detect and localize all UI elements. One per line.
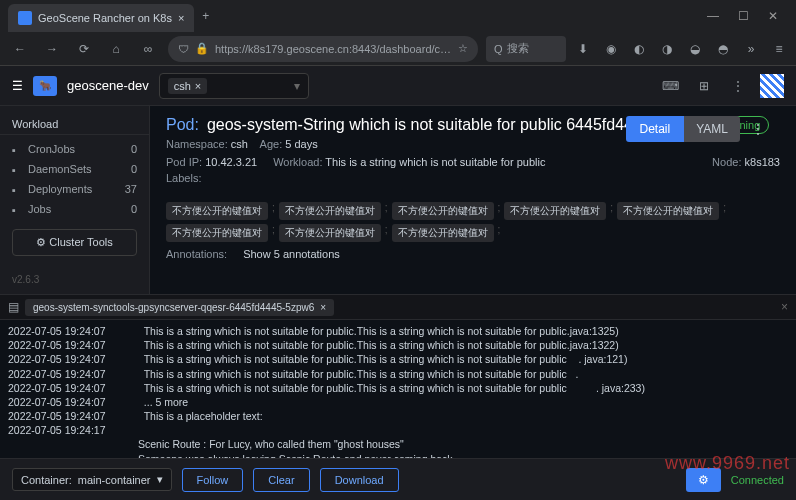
download-icon[interactable]: ⬇ [574,40,592,58]
log-panel-close-icon[interactable]: × [781,300,788,314]
lock-icon: 🔒 [195,42,209,55]
download-button[interactable]: Download [320,468,399,492]
sidebar-item-count: 0 [131,203,137,215]
cluster-tools-button[interactable]: ⚙ Cluster Tools [12,229,137,256]
sidebar-item[interactable]: ▪DaemonSets0 [0,159,149,179]
app-header: ☰ 🐂 geoscene-dev csh × ▾ ⌨ ⊞ ⋮ [0,66,796,106]
chip-remove-icon[interactable]: × [195,80,201,92]
ext1-icon[interactable]: ◐ [630,40,648,58]
sidebar-item-label: Jobs [28,203,51,215]
version-text: v2.6.3 [0,266,149,293]
workload-link[interactable]: This is a string which is not suitable f… [325,156,545,168]
extensions-icon[interactable]: » [742,40,760,58]
clear-button[interactable]: Clear [253,468,309,492]
sidebar: Workload ▪CronJobs0▪DaemonSets0▪Deployme… [0,106,150,294]
log-tab[interactable]: geos-system-synctools-gpsyncserver-qqesr… [25,299,334,316]
terminal-icon[interactable]: ⌨ [658,74,682,98]
label-chip: 不方便公开的键值对 [392,224,494,242]
chevron-down-icon: ▾ [157,473,163,486]
chevron-down-icon: ▾ [294,79,300,93]
yaml-button[interactable]: YAML [684,116,740,142]
log-line: 2022-07-05 19:24:07 ... 5 more [8,395,788,409]
sidebar-header: Workload [0,114,149,135]
ns-chip-label: csh [174,80,191,92]
browser-toolbar: ← → ⟳ ⌂ ∞ 🛡 🔒 https://k8s179.geoscene.cn… [0,32,796,66]
age-label: Age: [260,138,283,150]
browser-tab[interactable]: GeoScene Rancher on K8s × [8,4,194,32]
chip-separator: ; [498,202,501,220]
label-chip: 不方便公开的键值对 [166,202,268,220]
sidebar-item[interactable]: ▪Jobs0 [0,199,149,219]
detail-button[interactable]: Detail [626,116,685,142]
star-icon[interactable]: ☆ [458,42,468,55]
user-avatar[interactable] [760,74,784,98]
window-titlebar: GeoScene Rancher on K8s × + — ☐ ✕ [0,0,796,32]
anno-link[interactable]: Show 5 annotations [243,248,340,260]
labels-chips: 不方便公开的键值对;不方便公开的键值对;不方便公开的键值对;不方便公开的键值对;… [166,202,780,242]
chip-separator: ; [385,224,388,242]
actions-menu-icon[interactable]: ⋮ [748,115,768,143]
sidebar-item-label: DaemonSets [28,163,92,175]
back-icon[interactable]: ← [8,37,32,61]
chip-separator: ; [498,224,501,242]
hamburger-icon[interactable]: ☰ [12,79,23,93]
log-line: 2022-07-05 19:24:17 [8,423,788,437]
label-chip: 不方便公开的键值对 [392,202,494,220]
label-chip: 不方便公开的键值对 [279,224,381,242]
container-select[interactable]: Container: main-container ▾ [12,468,172,491]
anno-label: Annotations: [166,248,227,260]
workload-label: Workload: [273,156,322,168]
kebab-icon[interactable]: ⋮ [726,74,750,98]
gear-icon: ⚙ [36,236,46,248]
home-icon[interactable]: ⌂ [104,37,128,61]
cluster-name[interactable]: geoscene-dev [67,78,149,93]
log-line: 2022-07-05 19:24:07 This is a string whi… [8,381,788,395]
sidebar-item[interactable]: ▪Deployments37 [0,179,149,199]
forward-icon[interactable]: → [40,37,64,61]
label-chip: 不方便公开的键值对 [279,202,381,220]
rancher-logo: 🐂 [33,76,57,96]
cluster-tools-label: Cluster Tools [49,236,112,248]
follow-button[interactable]: Follow [182,468,244,492]
close-tab-icon[interactable]: × [178,12,184,24]
chip-separator: ; [723,202,726,220]
filter-icon[interactable]: ⊞ [692,74,716,98]
menu-icon[interactable]: ≡ [770,40,788,58]
watermark: www.9969.net [665,453,790,474]
log-viewer[interactable]: 2022-07-05 19:24:07 This is a string whi… [0,320,796,472]
log-tab-icon: ▤ [8,300,19,314]
node-label: Node: [712,156,741,168]
folder-icon: ▪ [12,184,22,194]
chip-separator: ; [272,202,275,220]
refresh-icon[interactable]: ⟳ [72,37,96,61]
account-icon[interactable]: ◉ [602,40,620,58]
log-tab-close-icon[interactable]: × [320,302,326,313]
container-name: main-container [78,474,151,486]
resource-type: Pod: [166,116,199,134]
minimize-icon[interactable]: — [706,9,720,23]
container-label: Container: [21,474,72,486]
namespace-select[interactable]: csh × ▾ [159,73,309,99]
log-line: 2022-07-05 19:24:07 This is a string whi… [8,338,788,352]
new-tab-button[interactable]: + [202,9,209,23]
ext2-icon[interactable]: ◑ [658,40,676,58]
sidebar-item-count: 0 [131,143,137,155]
shield-icon: 🛡 [178,43,189,55]
sidebar-item[interactable]: ▪CronJobs0 [0,139,149,159]
ext3-icon[interactable]: ◒ [686,40,704,58]
maximize-icon[interactable]: ☐ [736,9,750,23]
ns-label: Namespace: [166,138,228,150]
close-icon[interactable]: ✕ [766,9,780,23]
label-chip: 不方便公开的键值对 [617,202,719,220]
ext4-icon[interactable]: ◓ [714,40,732,58]
chip-separator: ; [385,202,388,220]
node-link[interactable]: k8s183 [745,156,780,168]
search-input[interactable]: Q 搜索 [486,36,566,62]
namespace-chip[interactable]: csh × [168,78,208,94]
url-input[interactable]: 🛡 🔒 https://k8s179.geoscene.cn:8443/dash… [168,36,478,62]
labels-label: Labels: [166,172,201,184]
chip-separator: ; [610,202,613,220]
log-line: 2022-07-05 19:24:07 This is a string whi… [8,324,788,338]
infinity-icon[interactable]: ∞ [136,37,160,61]
log-tab-bar: ▤ geos-system-synctools-gpsyncserver-qqe… [0,294,796,320]
